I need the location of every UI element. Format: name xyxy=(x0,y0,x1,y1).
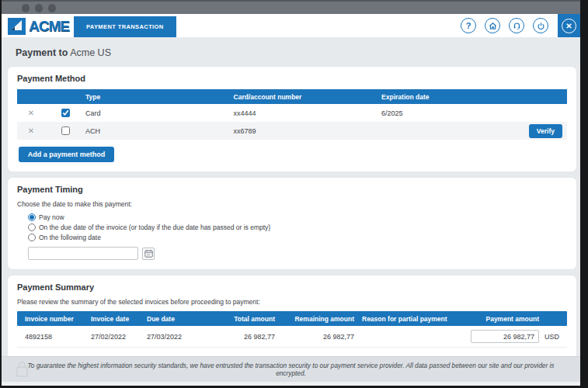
cell-remaining-amount: 26 982,77 xyxy=(275,326,354,347)
select-ach-checkbox[interactable] xyxy=(61,126,70,135)
cell-remove: ✕ xyxy=(17,122,45,140)
col-invoice-number: Invoice number xyxy=(17,311,91,326)
cell-type: ACH xyxy=(85,122,234,140)
header-icon-row: ? xyxy=(461,14,556,37)
cell-invoice-date: 27/02/2022 xyxy=(91,326,147,347)
col-remaining-amount: Remaining amount xyxy=(275,311,354,326)
help-icon[interactable]: ? xyxy=(461,18,476,33)
col-due-date: Due date xyxy=(147,311,209,326)
payment-method-header-row: Type Card/account number Expiration date xyxy=(17,89,567,104)
payment-method-card: Payment Method Type Card/account number … xyxy=(8,67,576,171)
col-account: Card/account number xyxy=(234,89,382,104)
window-control-dot[interactable] xyxy=(35,4,43,12)
cell-remove: ✕ xyxy=(17,104,45,122)
cell-currency: USD xyxy=(539,326,567,347)
acme-logo: ACME xyxy=(2,18,74,37)
radio-label: Pay now xyxy=(39,213,64,221)
cell-type: Card xyxy=(85,104,234,122)
cell-action xyxy=(492,104,567,122)
col-payment-amount: Payment amount xyxy=(461,311,539,326)
security-footer: To guarantee the highest information sec… xyxy=(2,356,580,382)
support-headset-icon[interactable] xyxy=(509,18,524,33)
footer-strip xyxy=(2,382,580,386)
cell-action: Verify xyxy=(492,122,567,140)
radio-pay-now[interactable]: Pay now xyxy=(28,213,567,221)
cell-account: xx4444 xyxy=(234,104,382,122)
total-row: Total 26 982,77 USD xyxy=(17,348,567,356)
close-icon: ✕ xyxy=(562,19,576,33)
verify-button[interactable]: Verify xyxy=(529,124,562,138)
payment-method-row-ach: ✕ ACH xx6789 Verify xyxy=(17,122,567,140)
col-currency-spacer xyxy=(539,311,567,326)
cell-total-amount: 26 982,77 xyxy=(209,326,275,347)
radio-following-date[interactable]: On the following date xyxy=(28,234,567,241)
payment-amount-input[interactable] xyxy=(471,330,539,343)
payment-date-input[interactable] xyxy=(28,247,138,260)
select-card-checkbox[interactable] xyxy=(61,109,70,117)
radio-pay-now-input[interactable] xyxy=(28,213,36,221)
app-header: ACME PAYMENT TRANSACTION ? ✕ xyxy=(2,14,580,37)
cell-reason xyxy=(354,326,461,347)
payment-method-row-card: ✕ Card xx4444 6/2025 xyxy=(17,104,567,122)
payment-method-title: Payment Method xyxy=(17,74,567,83)
payment-summary-card: Payment Summary Please review the summar… xyxy=(8,275,576,356)
add-payment-method-button[interactable]: Add a payment method xyxy=(19,147,114,162)
home-icon[interactable] xyxy=(485,18,500,33)
summary-header-row: Invoice number Invoice date Due date Tot… xyxy=(17,311,567,326)
radio-following-date-input[interactable] xyxy=(28,234,36,241)
col-expiration: Expiration date xyxy=(381,89,492,104)
radio-due-date[interactable]: On the due date of the invoice (or today… xyxy=(28,223,567,231)
page-title: Payment to Acme US xyxy=(16,47,569,58)
security-statement: To guarantee the highest information sec… xyxy=(2,362,580,377)
radio-label: On the due date of the invoice (or today… xyxy=(39,223,270,231)
main-content: Payment to Acme US Payment Method Type C… xyxy=(2,37,580,356)
power-icon[interactable] xyxy=(533,18,548,33)
header-spacer xyxy=(17,89,45,104)
col-type: Type xyxy=(85,89,234,104)
remove-icon[interactable]: ✕ xyxy=(28,127,34,135)
header-spacer xyxy=(492,89,567,104)
acme-logo-text: ACME xyxy=(29,18,69,35)
payment-timing-card: Payment Timing Choose the date to make t… xyxy=(8,178,576,269)
col-reason: Reason for partial payment xyxy=(354,311,461,326)
close-button[interactable]: ✕ xyxy=(558,14,580,37)
timing-radio-group: Pay now On the due date of the invoice (… xyxy=(28,213,567,241)
payment-summary-title: Payment Summary xyxy=(17,282,567,292)
summary-prompt: Please review the summary of the selecte… xyxy=(17,298,567,306)
window-titlebar xyxy=(2,0,580,14)
cell-account: xx6789 xyxy=(234,122,382,140)
radio-label: On the following date xyxy=(39,234,101,241)
col-total-amount: Total amount xyxy=(209,311,275,326)
help-glyph: ? xyxy=(466,21,471,30)
acme-logo-icon xyxy=(8,18,26,35)
header-spacer xyxy=(45,89,85,104)
window-control-dot[interactable] xyxy=(48,4,56,12)
page-title-bold: Payment to xyxy=(16,47,68,58)
cell-expiration xyxy=(381,122,492,140)
cell-select xyxy=(45,122,85,140)
page-title-payee: Acme US xyxy=(70,47,111,58)
cell-payment-amount xyxy=(461,326,539,347)
timing-prompt: Choose the date to make this payment: xyxy=(17,200,567,208)
col-invoice-date: Invoice date xyxy=(91,311,147,326)
invoice-row: 4892158 27/02/2022 27/03/2022 26 982,77 … xyxy=(17,326,567,348)
tab-payment-transaction[interactable]: PAYMENT TRANSACTION xyxy=(74,16,176,37)
date-picker-row xyxy=(28,247,567,260)
lock-icon xyxy=(16,360,29,382)
cell-select xyxy=(45,104,85,122)
app-window: ACME PAYMENT TRANSACTION ? ✕ Payment to … xyxy=(2,0,580,386)
cell-due-date: 27/03/2022 xyxy=(147,326,209,347)
window-control-dot[interactable] xyxy=(22,4,30,12)
calendar-icon[interactable] xyxy=(142,248,155,260)
payment-timing-title: Payment Timing xyxy=(17,185,567,194)
radio-due-date-input[interactable] xyxy=(28,223,36,231)
cell-invoice-number: 4892158 xyxy=(17,326,91,347)
cell-expiration: 6/2025 xyxy=(381,104,492,122)
remove-icon[interactable]: ✕ xyxy=(28,109,34,117)
